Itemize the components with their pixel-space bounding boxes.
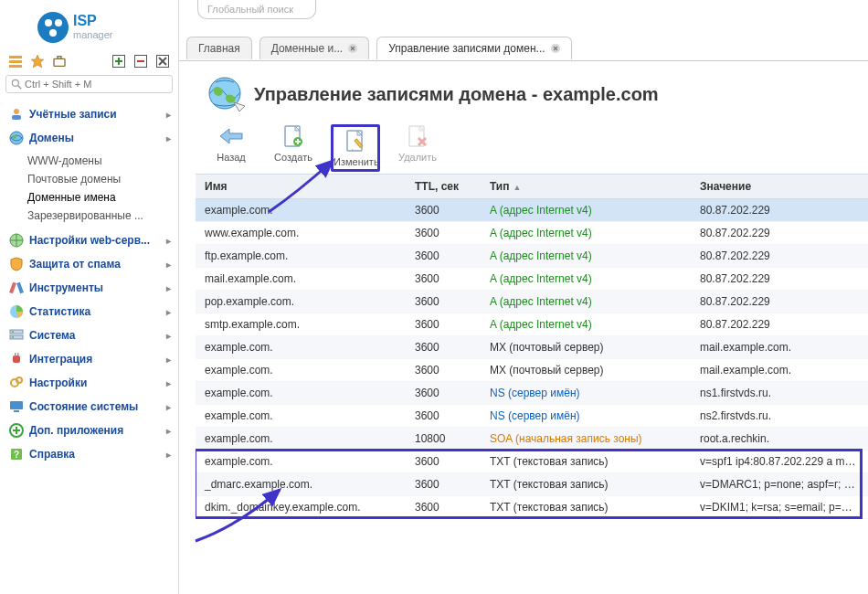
edit-button[interactable]: Изменить (331, 124, 380, 172)
monitor-icon (9, 399, 24, 414)
create-label: Создать (269, 152, 318, 163)
sidebar-item-label: Защита от спама (29, 258, 121, 270)
chevron-right-icon: ▸ (166, 133, 171, 143)
sidebar-item-7[interactable]: Интеграция▸ (0, 347, 178, 371)
cell-type: A (адрес Internet v4) (481, 245, 691, 268)
sidebar-item-0[interactable]: Учётные записи▸ (0, 102, 178, 126)
brand-bottom: manager (73, 29, 113, 40)
col-value[interactable]: Значение (691, 175, 868, 199)
svg-point-30 (12, 336, 14, 338)
sidebar-item-10[interactable]: Доп. приложения▸ (0, 419, 178, 442)
svg-point-20 (14, 109, 19, 114)
cell-type: NS (сервер имён) (481, 405, 691, 428)
document-plus-icon (283, 125, 303, 147)
col-ttl[interactable]: TTL, сек (406, 175, 481, 199)
table-row[interactable]: example.com.3600NS (сервер имён)ns1.firs… (196, 382, 868, 405)
table-row[interactable]: example.com.10800SOA (начальная запись з… (196, 428, 868, 451)
cell-ttl: 3600 (406, 245, 481, 268)
table-row[interactable]: ftp.example.com.3600A (адрес Internet v4… (196, 245, 868, 268)
table-row[interactable]: example.com.3600MX (почтовый сервер)mail… (196, 359, 868, 382)
table-row[interactable]: example.com.3600NS (сервер имён)ns2.firs… (196, 405, 868, 428)
chevron-right-icon: ▸ (166, 378, 171, 388)
sidebar-item-3[interactable]: Защита от спама▸ (0, 252, 178, 276)
table-row[interactable]: www.example.com.3600A (адрес Internet v4… (196, 222, 868, 245)
sidebar-item-1[interactable]: Домены▸ (0, 126, 178, 150)
sort-asc-icon: ▲ (513, 183, 522, 192)
briefcase-icon[interactable] (51, 53, 68, 69)
chevron-right-icon: ▸ (166, 307, 171, 317)
sidebar-item-label: Интеграция (29, 353, 92, 366)
table-row[interactable]: example.com.3600MX (почтовый сервер)mail… (196, 336, 868, 359)
svg-point-18 (12, 80, 18, 86)
minus-box-icon[interactable] (132, 53, 149, 69)
close-icon[interactable] (348, 44, 357, 53)
sidebar-item-9[interactable]: Состояние системы▸ (0, 395, 178, 419)
chevron-right-icon: ▸ (166, 450, 171, 460)
chevron-right-icon: ▸ (166, 110, 171, 120)
svg-marker-50 (234, 102, 245, 111)
table-row[interactable]: pop.example.com.3600A (адрес Internet v4… (196, 291, 868, 313)
col-name[interactable]: Имя (196, 175, 406, 199)
cell-name: example.com. (196, 359, 406, 382)
cell-type: MX (почтовый сервер) (481, 336, 691, 359)
tab-1[interactable]: Доменные и... (259, 37, 369, 59)
cell-value: 80.87.202.229 (691, 245, 868, 268)
svg-rect-8 (54, 58, 65, 66)
sidebar-item-8[interactable]: Настройки▸ (0, 371, 178, 395)
toolbar-icon-list[interactable] (7, 53, 24, 69)
cell-name: example.com. (196, 451, 406, 473)
svg-rect-33 (17, 353, 19, 356)
global-search-placeholder[interactable]: Глобальный поиск (197, 0, 316, 19)
table-row[interactable]: _dmarc.example.com.3600TXT (текстовая за… (196, 473, 868, 496)
sidebar-item-6[interactable]: Система▸ (0, 324, 178, 347)
sidebar-item-label: Состояние системы (29, 400, 138, 413)
back-button[interactable]: Назад (206, 124, 256, 172)
sidebar-item-11[interactable]: ?Справка▸ (0, 442, 178, 466)
svg-rect-37 (14, 410, 19, 412)
table-row[interactable]: smtp.example.com.3600A (адрес Internet v… (196, 313, 868, 336)
sidebar-item-5[interactable]: Статистика▸ (0, 300, 178, 324)
chevron-right-icon: ▸ (166, 426, 171, 436)
plus-box-icon[interactable] (111, 53, 127, 69)
delete-button[interactable]: Удалить (393, 124, 442, 172)
svg-marker-51 (220, 129, 242, 143)
sidebar-item-label: Настройки (29, 377, 87, 389)
table-row[interactable]: example.com.3600A (адрес Internet v4)80.… (196, 199, 868, 222)
sidebar-search-input[interactable] (23, 78, 168, 90)
globe-icon (9, 131, 24, 145)
tab-0[interactable]: Главная (186, 37, 252, 59)
sidebar-child-2[interactable]: Доменные имена (27, 188, 178, 207)
sidebar-search[interactable] (5, 75, 173, 93)
cell-type: SOA (начальная запись зоны) (481, 428, 691, 451)
cell-ttl: 3600 (406, 473, 481, 496)
sidebar-child-1[interactable]: Почтовые домены (27, 170, 178, 188)
action-bar: Назад Создать Изменить Удалить (206, 124, 442, 172)
cell-ttl: 10800 (406, 428, 481, 451)
pie-icon (9, 304, 24, 319)
sidebar-item-2[interactable]: Настройки web-серв...▸ (0, 228, 178, 252)
create-button[interactable]: Создать (269, 124, 318, 172)
cell-ttl: 3600 (406, 359, 481, 382)
cell-ttl: 3600 (406, 405, 481, 428)
sidebar-item-4[interactable]: Инструменты▸ (0, 276, 178, 300)
close-box-icon[interactable] (154, 53, 171, 69)
sidebar-child-0[interactable]: WWW-домены (27, 152, 178, 170)
chevron-right-icon: ▸ (166, 331, 171, 341)
table-row[interactable]: example.com.3600TXT (текстовая запись)v=… (196, 451, 868, 473)
cell-ttl: 3600 (406, 313, 481, 336)
cell-type: A (адрес Internet v4) (481, 222, 691, 245)
sidebar-child-3[interactable]: Зарезервированные ... (27, 207, 178, 225)
cell-name: mail.example.com. (196, 268, 406, 291)
cell-value: 80.87.202.229 (691, 222, 868, 245)
tab-underline (179, 60, 868, 61)
global-search[interactable]: Глобальный поиск (197, 0, 316, 19)
close-icon[interactable] (551, 44, 560, 53)
table-row[interactable]: mail.example.com.3600A (адрес Internet v… (196, 268, 868, 291)
svg-rect-9 (58, 57, 61, 59)
col-type[interactable]: Тип▲ (481, 175, 691, 199)
cell-value: ns2.firstvds.ru. (691, 405, 868, 428)
cell-value: 80.87.202.229 (691, 313, 868, 336)
star-icon[interactable] (29, 53, 46, 69)
table-row[interactable]: dkim._domainkey.example.com.3600TXT (тек… (196, 496, 868, 519)
tab-2[interactable]: Управление записями домен... (376, 37, 571, 59)
